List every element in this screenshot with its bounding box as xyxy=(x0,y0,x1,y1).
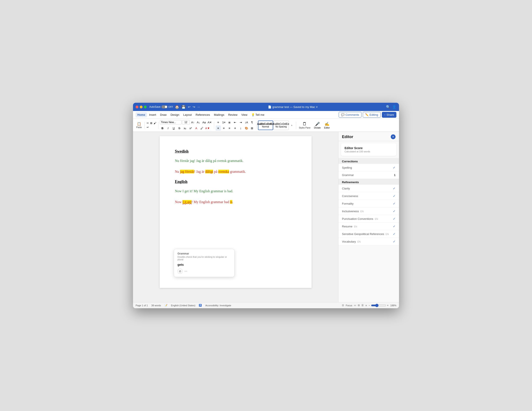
bullet-list-button[interactable]: ≡ xyxy=(216,120,221,125)
change-case-button[interactable]: Aa xyxy=(201,120,207,125)
italic-button[interactable]: I xyxy=(166,126,171,131)
cut-icon[interactable]: ✂ xyxy=(146,121,149,125)
editor-ribbon-button[interactable]: ✍ Editor xyxy=(323,121,331,129)
close-button[interactable] xyxy=(136,106,138,108)
view-single-icon[interactable]: ▭ xyxy=(354,304,356,307)
increase-indent-button[interactable]: ⇥ xyxy=(238,120,243,125)
clarity-row[interactable]: Clarity ✓ xyxy=(338,185,399,192)
more-styles-button[interactable]: › xyxy=(289,123,294,128)
no-spacing-style-button[interactable]: AaBbCcDdEe No Spacing xyxy=(274,120,289,130)
spelling-row[interactable]: Spelling ✓ xyxy=(338,164,399,172)
inclusiveness-row[interactable]: Inclusiveness EN ✓ xyxy=(338,208,399,215)
search-icon[interactable]: 🔍 xyxy=(386,105,390,109)
copy-icon[interactable]: ⊞ xyxy=(150,121,153,125)
grammar-row[interactable]: Grammar 1 xyxy=(338,172,399,179)
menu-references[interactable]: References xyxy=(194,112,212,117)
formality-row[interactable]: Formality ✓ xyxy=(338,200,399,208)
zoom-slider[interactable] xyxy=(371,304,386,307)
menu-view[interactable]: View xyxy=(239,112,249,117)
borders-button[interactable]: ⊞ xyxy=(249,126,255,131)
document-area[interactable]: Swedish Nu förstår jag! Jag är dålig på … xyxy=(133,132,338,302)
align-left-button[interactable]: ≡ xyxy=(216,126,221,131)
multilevel-list-button[interactable]: ≣ xyxy=(227,120,232,125)
autosave-toggle[interactable] xyxy=(162,105,168,108)
view-multi-icon[interactable]: ⊟ xyxy=(358,304,360,307)
highlight-button[interactable]: 🖊 xyxy=(200,126,205,131)
shading-button[interactable]: A▼ xyxy=(205,126,210,131)
menu-home[interactable]: Home xyxy=(136,112,147,117)
shading2-button[interactable]: 🎨 xyxy=(244,126,249,131)
titlebar-right: 🔍 👤 xyxy=(386,105,396,109)
undo2-icon[interactable]: ↩ xyxy=(146,125,149,129)
home-icon[interactable]: 🏠 xyxy=(175,105,179,109)
grammar-popup: Grammar Double-check that you're stickin… xyxy=(174,249,235,277)
zoom-level[interactable]: 188% xyxy=(390,304,396,307)
line-spacing-button[interactable]: ↕ xyxy=(238,126,243,131)
maximize-button[interactable] xyxy=(144,106,147,108)
decrease-indent-button[interactable]: ⇤ xyxy=(233,120,238,125)
resume-row[interactable]: Resume EN ✓ xyxy=(338,223,399,230)
dictate-button[interactable]: 🎤 Dictate xyxy=(313,121,322,129)
document-page: Swedish Nu förstår jag! Jag är dålig på … xyxy=(160,136,312,288)
grammar-suggestion[interactable]: gets xyxy=(178,263,231,266)
toggle-state-label: OFF xyxy=(168,106,173,108)
punctuation-row[interactable]: Punctuation Conventions EN ✓ xyxy=(338,215,399,223)
font-size-input[interactable] xyxy=(182,120,190,124)
grammar-ignore-button[interactable]: ⊘ xyxy=(178,269,183,274)
subscript-button[interactable]: x₂ xyxy=(182,126,188,131)
ribbon-sep-2 xyxy=(158,122,158,129)
zoom-out-icon[interactable]: − xyxy=(369,304,370,307)
underline-button[interactable]: U xyxy=(171,126,176,131)
bold-button[interactable]: B xyxy=(160,126,165,131)
zoom-in-icon[interactable]: + xyxy=(387,304,389,307)
normal-style-button[interactable]: AaBbCcDdEe Normal xyxy=(258,120,273,130)
justify-button[interactable]: ≡ xyxy=(233,126,238,131)
font-name-input[interactable] xyxy=(160,120,182,124)
proofread-icon[interactable]: 📝 xyxy=(164,304,168,307)
strikethrough-button[interactable]: S xyxy=(177,126,182,131)
menu-draw[interactable]: Draw xyxy=(158,112,168,117)
save-icon[interactable]: 💾 xyxy=(181,105,186,109)
increase-font-button[interactable]: A↑ xyxy=(190,120,196,125)
view-outline-icon[interactable]: ☰ xyxy=(361,304,364,307)
accessibility-icon[interactable]: ♿ xyxy=(199,304,202,307)
share-button[interactable]: ↑ Share xyxy=(382,112,396,118)
menu-design[interactable]: Design xyxy=(169,112,181,117)
menu-review[interactable]: Review xyxy=(227,112,239,117)
focus-label[interactable]: Focus xyxy=(346,304,352,307)
align-right-button[interactable]: ≡ xyxy=(227,126,232,131)
undo-icon[interactable]: ↩ xyxy=(188,105,190,109)
align-center-button[interactable]: ≡ xyxy=(221,126,227,131)
people-icon[interactable]: 👤 xyxy=(392,105,396,109)
editing-button[interactable]: ✏️ Editing xyxy=(363,112,380,118)
format-painter-icon[interactable]: 🖌 xyxy=(153,121,157,125)
more-icon[interactable]: ··· xyxy=(198,105,200,109)
redo-icon[interactable]: ↪ xyxy=(193,105,195,109)
accessibility-label[interactable]: Accessibility: Investigate xyxy=(205,304,231,307)
numbered-list-button[interactable]: 1≡ xyxy=(221,120,227,125)
styles-pane-button[interactable]: 🗒 Styles Pane xyxy=(298,121,312,129)
superscript-button[interactable]: x² xyxy=(188,126,193,131)
menu-insert[interactable]: Insert xyxy=(147,112,158,117)
vocabulary-row[interactable]: Vocabulary EN ✓ xyxy=(338,238,399,245)
focus-icon[interactable]: ⊡ xyxy=(342,304,344,307)
menu-tell-me[interactable]: 💡 Tell me xyxy=(249,112,266,117)
menu-mailings[interactable]: Mailings xyxy=(212,112,226,117)
clear-format-button[interactable]: A✕ xyxy=(207,120,212,125)
view-align-icon[interactable]: ≡ xyxy=(365,304,367,307)
menu-layout[interactable]: Layout xyxy=(181,112,193,117)
font-color-button[interactable]: A xyxy=(194,126,199,131)
geopolitical-row[interactable]: Sensitive Geopolitical References EN ✓ xyxy=(338,230,399,238)
minimize-button[interactable] xyxy=(140,106,142,108)
paste-button[interactable]: 📋 Paste xyxy=(135,121,143,129)
pilcrow-button[interactable]: ¶ xyxy=(249,120,255,125)
language-label[interactable]: English (United States) xyxy=(171,304,196,307)
comments-button[interactable]: 💬 Comments xyxy=(339,112,361,118)
conciseness-row[interactable]: Conciseness ✓ xyxy=(338,192,399,200)
english-para-2: Now I it get! My English grammar bad is. xyxy=(175,199,296,205)
punctuation-label: Punctuation Conventions EN xyxy=(342,217,378,220)
panel-close-button[interactable]: ✕ xyxy=(391,134,396,139)
decrease-font-button[interactable]: A↓ xyxy=(196,120,201,125)
sort-button[interactable]: ↕A xyxy=(244,120,249,125)
grammar-more-button[interactable]: ··· xyxy=(184,269,187,273)
